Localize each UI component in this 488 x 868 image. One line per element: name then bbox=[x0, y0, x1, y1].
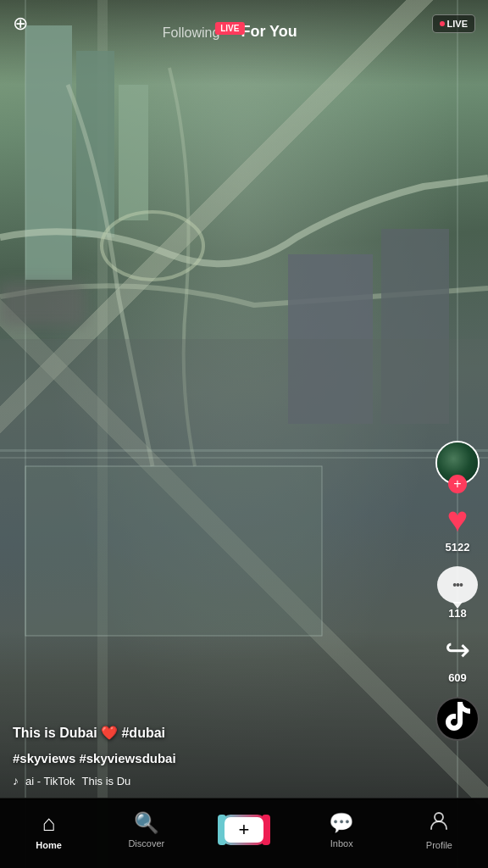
live-button[interactable]: LIVE bbox=[432, 14, 475, 33]
music-note-icon: ♪ bbox=[13, 774, 19, 787]
home-icon: ⌂ bbox=[42, 810, 56, 837]
nav-tab-create[interactable]: + bbox=[195, 815, 292, 852]
share-icon: ↪ bbox=[445, 632, 470, 668]
profile-label: Profile bbox=[426, 840, 452, 850]
for-you-tab[interactable]: For You bbox=[241, 23, 297, 41]
header-left: ⊕ bbox=[13, 13, 28, 35]
follow-button[interactable]: + bbox=[448, 475, 467, 493]
plus-icon: + bbox=[239, 819, 250, 841]
right-actions: + ♥ 5122 ••• 118 ↪ 609 bbox=[435, 441, 480, 741]
create-button[interactable]: + bbox=[222, 815, 266, 845]
nav-tab-discover[interactable]: 🔍 Discover bbox=[97, 811, 195, 855]
comment-dots: ••• bbox=[452, 578, 463, 592]
inbox-label: Inbox bbox=[330, 838, 353, 849]
discover-icon: 🔍 bbox=[134, 811, 159, 835]
svg-point-3 bbox=[102, 212, 203, 280]
tiktok-logo bbox=[435, 697, 480, 741]
nav-tab-inbox[interactable]: 💬 Inbox bbox=[293, 811, 391, 855]
comment-icon: ••• bbox=[437, 566, 478, 604]
header: ⊕ LIVE Following For You LIVE bbox=[0, 0, 488, 47]
svg-rect-11 bbox=[0, 449, 488, 452]
heart-icon: ♥ bbox=[447, 502, 469, 537]
bottom-content: This is Dubai ❤️ #dubai #skyviews #skyvi… bbox=[13, 724, 429, 787]
header-right: LIVE bbox=[432, 14, 475, 33]
home-label: Home bbox=[36, 840, 62, 850]
music-info: ♪ ai - TikTok This is Du bbox=[13, 774, 429, 787]
avatar-container: + bbox=[435, 441, 480, 485]
caption-hashtags: #skyviews #skyviewsdubai bbox=[13, 749, 429, 767]
comment-count: 118 bbox=[448, 607, 467, 620]
live-dot bbox=[440, 21, 445, 26]
svg-point-12 bbox=[435, 813, 443, 821]
following-tab[interactable]: Following bbox=[163, 25, 220, 41]
live-badge-top: LIVE bbox=[215, 22, 244, 35]
bottom-navigation: ⌂ Home 🔍 Discover + 💬 Inbox Profile bbox=[0, 798, 488, 868]
discover-label: Discover bbox=[128, 838, 164, 849]
share-count: 609 bbox=[448, 671, 467, 684]
svg-rect-7 bbox=[25, 466, 322, 636]
live-label: LIVE bbox=[447, 19, 468, 29]
music-title: This is Du bbox=[82, 775, 131, 787]
music-artist: ai - TikTok bbox=[25, 775, 75, 787]
tiktok-icon bbox=[445, 702, 470, 737]
plus-inner: + bbox=[225, 817, 263, 843]
svg-rect-0 bbox=[25, 25, 72, 280]
camera-icon[interactable]: ⊕ bbox=[13, 13, 28, 35]
nav-tab-profile[interactable]: Profile bbox=[391, 810, 488, 857]
inbox-icon: 💬 bbox=[329, 811, 354, 835]
like-count: 5122 bbox=[446, 541, 470, 554]
svg-rect-2 bbox=[119, 85, 148, 220]
nav-tab-home[interactable]: ⌂ Home bbox=[0, 810, 97, 857]
header-center: LIVE Following For You bbox=[163, 15, 297, 41]
comment-button[interactable]: ••• 118 bbox=[437, 566, 478, 620]
profile-icon bbox=[428, 810, 450, 837]
caption-text: This is Dubai ❤️ #dubai bbox=[13, 724, 429, 743]
share-button[interactable]: ↪ 609 bbox=[445, 632, 470, 684]
caption-main: This is Dubai ❤️ #dubai bbox=[13, 726, 165, 740]
blur-region bbox=[0, 283, 85, 326]
like-button[interactable]: ♥ 5122 bbox=[446, 502, 470, 554]
svg-rect-1 bbox=[76, 51, 114, 237]
